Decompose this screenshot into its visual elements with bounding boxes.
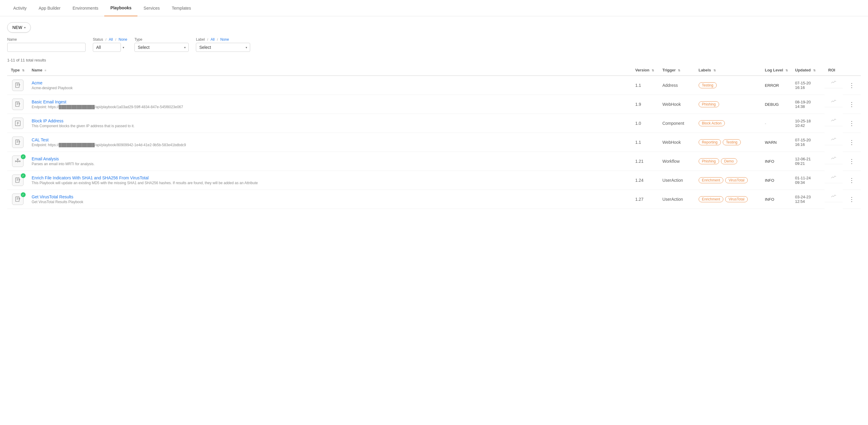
row-name-cell-email-analysis: Email AnalysisParses an email into MRTI …	[28, 152, 632, 171]
playbook-name-email-analysis[interactable]: Email Analysis	[32, 156, 628, 161]
label-select-wrapper: Select Testing Phishing Reporting Demo E…	[196, 43, 250, 52]
row-actions-block-ip-address: ⋮	[843, 114, 861, 133]
svg-point-4	[15, 161, 16, 162]
check-badge-icon: ✓	[21, 154, 26, 159]
row-actions-button-email-analysis[interactable]: ⋮	[846, 156, 857, 166]
top-nav: ActivityApp BuilderEnvironmentsPlaybooks…	[0, 0, 868, 16]
svg-rect-0	[16, 83, 19, 88]
row-labels-acme: Testing	[695, 75, 761, 95]
row-name-cell-enrich-file-indicators: Enrich File Indicators With SHA1 and SHA…	[28, 171, 632, 190]
sort-icon-updated[interactable]: ⇅	[813, 69, 815, 72]
label-none-link[interactable]: None	[220, 37, 229, 41]
playbook-name-block-ip-address[interactable]: Block IP Address	[32, 118, 628, 123]
type-icon-playbook	[12, 136, 24, 148]
row-actions-button-get-virustotal-results[interactable]: ⋮	[846, 194, 857, 204]
status-select[interactable]: All Active Inactive	[93, 43, 121, 52]
playbook-name-basic-email-ingest[interactable]: Basic Email Ingest	[32, 99, 628, 104]
type-select[interactable]: Select Workflow Component WebHook UserAc…	[134, 43, 189, 52]
main-content: NEW ▾ Name Status / All / None All Activ…	[0, 16, 868, 215]
row-actions-button-acme[interactable]: ⋮	[846, 81, 857, 90]
row-actions-get-virustotal-results: ⋮	[843, 190, 861, 209]
type-select-wrapper: Select Workflow Component WebHook UserAc…	[134, 43, 189, 52]
row-type-enrich-file-indicators: ✓	[7, 171, 28, 190]
playbook-desc-cal-test: Endpoint: https://██████████████/api/pla…	[32, 143, 628, 147]
row-version-basic-email-ingest: 1.9	[632, 95, 659, 114]
col-header-updated: Updated ⇅	[792, 65, 825, 75]
col-header-roi: ROI	[825, 65, 843, 75]
results-count: 1-11 of 11 total results	[7, 58, 861, 62]
row-type-acme	[7, 75, 28, 95]
sort-icon-labels[interactable]: ⇅	[713, 69, 716, 72]
row-loglevel-cal-test: WARN	[761, 133, 792, 152]
row-type-basic-email-ingest	[7, 95, 28, 114]
check-badge-icon: ✓	[21, 173, 26, 178]
status-all-link[interactable]: All	[109, 37, 113, 41]
row-actions-button-cal-test[interactable]: ⋮	[846, 138, 857, 147]
svg-rect-3	[16, 140, 19, 145]
row-updated-email-analysis: 12-06-2109:21	[792, 152, 825, 171]
label-select[interactable]: Select Testing Phishing Reporting Demo E…	[196, 43, 250, 52]
row-trigger-email-analysis: Workflow	[659, 152, 695, 171]
row-updated-cal-test: 07-15-2016:16	[792, 133, 825, 152]
sort-icon-name[interactable]: ≡	[44, 69, 46, 72]
col-header-actions	[843, 65, 861, 75]
row-roi-cal-test	[825, 133, 843, 145]
row-roi-enrich-file-indicators	[825, 171, 843, 183]
status-none-link[interactable]: None	[119, 37, 127, 41]
chevron-down-icon: ▾	[24, 26, 26, 29]
sort-icon-loglevel[interactable]: ⇅	[785, 69, 788, 72]
row-loglevel-enrich-file-indicators: INFO	[761, 171, 792, 190]
nav-item-activity[interactable]: Activity	[7, 0, 33, 16]
playbook-name-cal-test[interactable]: CAL Test	[32, 138, 628, 142]
nav-item-environments[interactable]: Environments	[67, 0, 104, 16]
row-trigger-enrich-file-indicators: UserAction	[659, 171, 695, 190]
label-badge-enrichment: Enrichment	[699, 177, 724, 183]
row-labels-cal-test: ReportingTesting	[695, 133, 761, 152]
row-actions-email-analysis: ⋮	[843, 152, 861, 171]
new-button[interactable]: NEW ▾	[7, 22, 31, 33]
table-row: Basic Email IngestEndpoint: https://████…	[7, 95, 861, 114]
row-updated-basic-email-ingest: 08-19-2014:38	[792, 95, 825, 114]
row-name-cell-block-ip-address: Block IP AddressThis Component blocks th…	[28, 114, 632, 133]
row-actions-button-basic-email-ingest[interactable]: ⋮	[846, 99, 857, 109]
svg-rect-8	[16, 197, 19, 202]
sort-icon-type[interactable]: ⇅	[22, 69, 24, 72]
type-icon-playbook	[12, 98, 24, 110]
nav-item-templates[interactable]: Templates	[166, 0, 197, 16]
row-actions-button-block-ip-address[interactable]: ⋮	[846, 118, 857, 128]
col-header-labels: Labels ⇅	[695, 65, 761, 75]
name-filter-input[interactable]	[7, 43, 86, 52]
svg-rect-1	[16, 102, 19, 107]
nav-item-playbooks[interactable]: Playbooks	[104, 0, 137, 16]
status-chevron-icon: ▾	[123, 46, 124, 49]
row-roi-basic-email-ingest	[825, 95, 843, 107]
type-icon-component	[12, 118, 24, 129]
row-loglevel-get-virustotal-results: INFO	[761, 190, 792, 209]
label-badge-demo: Demo	[721, 158, 737, 164]
label-badge-phishing: Phishing	[699, 158, 719, 164]
nav-item-app-builder[interactable]: App Builder	[33, 0, 66, 16]
check-badge-icon: ✓	[21, 192, 26, 197]
row-actions-cal-test: ⋮	[843, 133, 861, 152]
label-badge-reporting: Reporting	[699, 139, 721, 145]
label-all-link[interactable]: All	[211, 37, 215, 41]
playbook-desc-basic-email-ingest: Endpoint: https://██████████████/api/pla…	[32, 105, 628, 109]
svg-point-5	[17, 159, 19, 160]
row-loglevel-basic-email-ingest: DEBUG	[761, 95, 792, 114]
sort-icon-trigger[interactable]: ⇅	[678, 69, 680, 72]
sort-icon-version[interactable]: ⇅	[652, 69, 654, 72]
col-header-trigger: Trigger ⇅	[659, 65, 695, 75]
row-roi-email-analysis	[825, 152, 843, 164]
playbook-desc-block-ip-address: This Component blocks the given IP addre…	[32, 124, 628, 128]
playbook-name-enrich-file-indicators[interactable]: Enrich File Indicators With SHA1 and SHA…	[32, 175, 628, 180]
table-row: ✓Email AnalysisParses an email into MRTI…	[7, 152, 861, 171]
playbook-name-acme[interactable]: Acme	[32, 81, 628, 85]
label-badge-block-action: Block Action	[699, 120, 725, 126]
row-actions-button-enrich-file-indicators[interactable]: ⋮	[846, 175, 857, 185]
row-trigger-get-virustotal-results: UserAction	[659, 190, 695, 209]
nav-item-services[interactable]: Services	[137, 0, 166, 16]
col-header-name: Name ≡	[28, 65, 632, 75]
label-badge-testing: Testing	[699, 82, 717, 88]
col-header-loglevel: Log Level ⇅	[761, 65, 792, 75]
playbook-name-get-virustotal-results[interactable]: Get VirusTotal Results	[32, 194, 628, 199]
